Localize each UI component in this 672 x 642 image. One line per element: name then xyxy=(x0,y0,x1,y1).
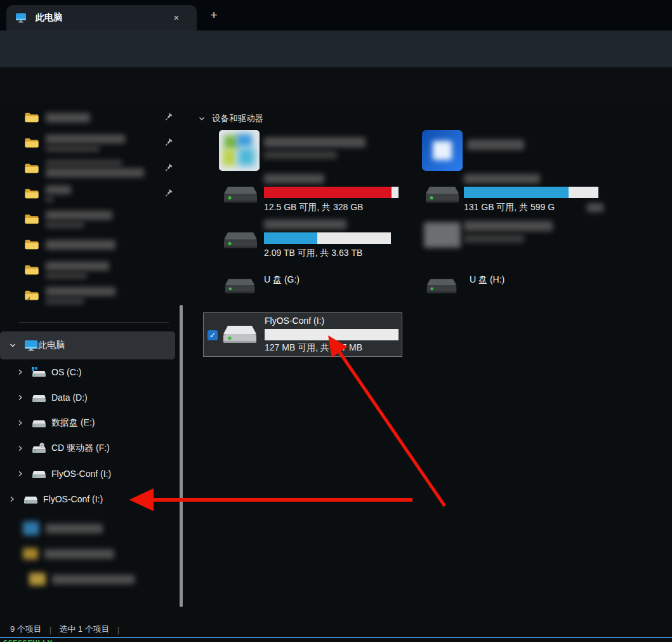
folder-shortcut-icon xyxy=(24,289,39,302)
chevron-collapsed-icon[interactable] xyxy=(17,419,23,427)
capacity-text: 2.09 TB 可用, 共 3.63 TB xyxy=(264,248,362,259)
main-panel: 设备和驱动器 xyxy=(190,104,672,621)
chevron-collapsed-icon[interactable] xyxy=(17,470,23,478)
items-count: 9 个项目 xyxy=(10,624,42,635)
blurred-folder-subtext xyxy=(46,298,84,304)
blurred-folder-name xyxy=(46,135,125,144)
tile-windows-item[interactable] xyxy=(422,130,463,171)
usage-fill xyxy=(264,232,317,244)
blurred-tile-name xyxy=(264,137,366,147)
sidebar-blurred-item[interactable] xyxy=(0,566,175,592)
folder-icon xyxy=(24,238,39,251)
chevron-expanded-icon[interactable] xyxy=(9,342,16,349)
blurred-folder-name xyxy=(46,211,112,220)
section-devices-and-drives[interactable]: 设备和驱动器 xyxy=(198,113,263,124)
new-tab-button[interactable]: + xyxy=(206,9,222,23)
background-terminal-text: CCESSFULLY xyxy=(3,638,256,642)
usage-fill xyxy=(264,187,392,198)
blurred-tile-name xyxy=(467,140,524,150)
sidebar-pinned-item[interactable] xyxy=(0,181,175,206)
blurred-capacity-tail xyxy=(587,203,603,212)
tile-usb-g[interactable]: U 盘 (G:) xyxy=(203,268,401,300)
drive-label: Data (D:) xyxy=(51,392,88,403)
chevron-expanded-icon xyxy=(198,115,206,123)
drive-label: FlyOS-Conf (I:) xyxy=(51,469,111,479)
blurred-pc-icon xyxy=(224,135,238,149)
folder-icon xyxy=(24,111,39,124)
usage-bar xyxy=(264,187,399,198)
pin-icon xyxy=(162,188,174,199)
blurred-folder-subtext xyxy=(46,196,53,202)
folder-icon xyxy=(24,137,39,149)
folder-icon xyxy=(24,213,39,225)
blurred-pc-icon xyxy=(237,134,252,147)
blurred-drive-icon xyxy=(424,222,461,248)
navigation-bar: ← → ↑ 此电脑 xyxy=(0,30,672,67)
folder-icon xyxy=(24,187,39,200)
blurred-folder-name xyxy=(46,113,90,123)
drive-label: CD 驱动器 (F:) xyxy=(51,443,110,454)
sidebar-blurred-item[interactable] xyxy=(0,541,175,566)
sidebar-pinned-item[interactable] xyxy=(0,257,175,283)
tile-drive-599gb[interactable]: 131 GB 可用, 共 599 G xyxy=(406,173,604,215)
blurred-pc-icon xyxy=(238,148,254,166)
tab-title: 此电脑 xyxy=(36,12,62,23)
blurred-folder-name xyxy=(46,240,115,250)
blurred-item-name xyxy=(46,524,103,533)
chevron-collapsed-icon[interactable] xyxy=(17,394,23,401)
tile-drive-blurred[interactable] xyxy=(406,218,604,260)
tile-flyos-conf-selected[interactable]: ✓ FlyOS-Conf (I:) 127 MB 可用, 共 127 MB xyxy=(203,312,402,357)
os-drive-icon xyxy=(31,366,46,378)
sidebar-pinned-item[interactable] xyxy=(0,206,175,232)
sidebar-item-flyos-root[interactable]: FlyOS-Conf (I:) xyxy=(0,486,175,512)
capacity-text: 12.5 GB 可用, 共 328 GB xyxy=(264,202,363,213)
blurred-drive-name xyxy=(464,174,540,184)
sidebar-pinned-item[interactable] xyxy=(0,105,175,130)
tab-close-button[interactable]: × xyxy=(170,11,183,24)
drive-label: OS (C:) xyxy=(51,367,81,377)
sidebar-scrollbar[interactable] xyxy=(180,305,183,607)
usb-g-label: U 盘 (G:) xyxy=(264,274,300,286)
drive-icon xyxy=(31,468,46,479)
blurred-folder-subtext xyxy=(46,272,87,279)
blurred-drive-subtext xyxy=(464,235,524,243)
blurred-drive-name xyxy=(264,174,324,184)
chevron-collapsed-icon[interactable] xyxy=(17,445,23,452)
selection-checkbox[interactable]: ✓ xyxy=(208,330,218,340)
sidebar-item-os-c[interactable]: OS (C:) xyxy=(0,359,175,385)
flyos-name: FlyOS-Conf (I:) xyxy=(265,316,324,326)
tile-usb-h[interactable]: U 盘 (H:) xyxy=(406,268,604,300)
this-pc-label: 此电脑 xyxy=(38,340,65,351)
drive-icon xyxy=(222,182,259,206)
sidebar-item-data-e[interactable]: 数据盘 (E:) xyxy=(0,410,175,436)
sidebar-item-data-d[interactable]: Data (D:) xyxy=(0,385,175,410)
blurred-pc-icon xyxy=(223,149,235,166)
tile-drive-3tb[interactable]: 2.09 TB 可用, 共 3.63 TB xyxy=(203,218,401,260)
chevron-collapsed-icon[interactable] xyxy=(9,495,15,503)
blurred-folder-subtext xyxy=(46,160,122,166)
sidebar-blurred-item[interactable] xyxy=(0,516,175,541)
tile-drive-328gb[interactable]: 12.5 GB 可用, 共 328 GB xyxy=(203,173,401,215)
sidebar-item-this-pc[interactable]: 此电脑 xyxy=(0,331,175,359)
drive-icon xyxy=(23,493,38,505)
sidebar: 此电脑 OS (C:) xyxy=(0,104,190,621)
pin-icon xyxy=(162,137,174,149)
selected-count: 选中 1 个项目 xyxy=(59,624,109,635)
sidebar-pinned-item[interactable] xyxy=(0,232,175,257)
blurred-folder-icon xyxy=(29,573,46,585)
drive-icon xyxy=(31,392,46,403)
folder-icon xyxy=(24,264,39,276)
folder-icon xyxy=(24,162,39,175)
blurred-folder-subtext xyxy=(46,145,100,152)
sidebar-item-cd-f[interactable]: CD 驱动器 (F:) xyxy=(0,436,175,461)
chevron-collapsed-icon[interactable] xyxy=(17,368,23,376)
sidebar-item-flyos-child[interactable]: FlyOS-Conf (I:) xyxy=(0,461,175,486)
tile-computer[interactable] xyxy=(219,130,260,171)
sidebar-pinned-item[interactable] xyxy=(0,156,175,181)
sidebar-pinned-item[interactable] xyxy=(0,283,175,308)
sidebar-pinned-item[interactable] xyxy=(0,130,175,156)
blurred-device-icon xyxy=(23,521,39,535)
tab-this-pc[interactable]: 此电脑 × xyxy=(6,5,197,30)
blurred-folder-name xyxy=(46,168,144,177)
drive-icon xyxy=(31,417,46,429)
